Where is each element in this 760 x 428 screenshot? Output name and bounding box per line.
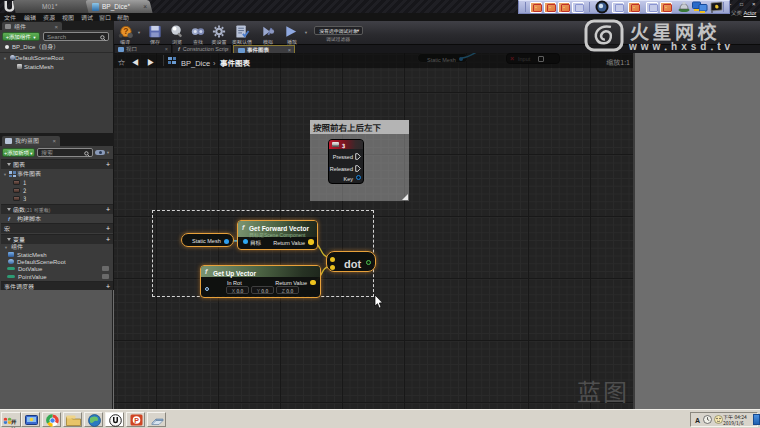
svg-text:P: P <box>134 415 139 425</box>
